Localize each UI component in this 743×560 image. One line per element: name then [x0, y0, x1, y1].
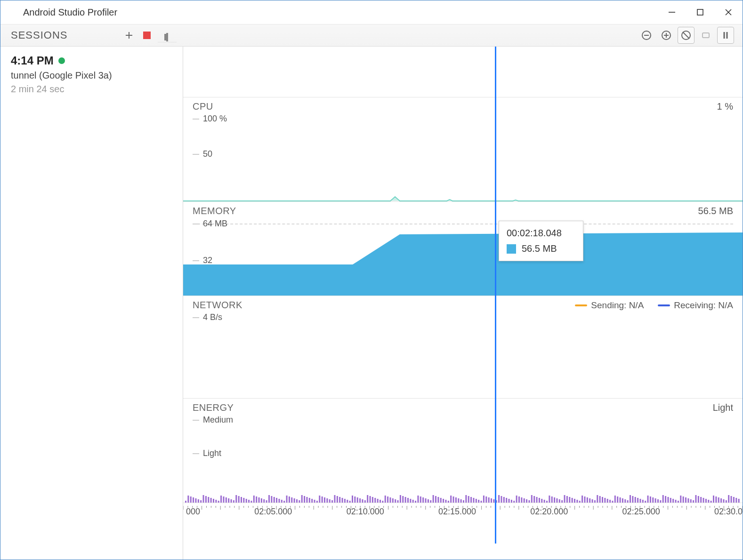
svg-rect-183	[607, 499, 608, 503]
receiving-value: N/A	[718, 300, 733, 310]
time-label: 02:20.000	[530, 507, 568, 517]
svg-rect-87	[364, 500, 366, 503]
svg-rect-155	[536, 497, 538, 503]
svg-rect-33	[228, 498, 229, 503]
svg-rect-233	[733, 497, 735, 503]
svg-rect-151	[526, 499, 527, 503]
receiving-swatch-icon	[658, 304, 670, 306]
svg-rect-106	[412, 500, 414, 503]
svg-rect-176	[589, 498, 590, 503]
svg-rect-159	[546, 501, 548, 503]
zoom-out-button[interactable]	[638, 27, 655, 44]
time-labels: 00002:05.00002:10.00002:15.00002:20.0000…	[183, 507, 743, 517]
svg-rect-154	[533, 496, 535, 503]
receiving-label: Receiving:	[674, 300, 716, 310]
stop-session-button[interactable]	[140, 28, 154, 42]
svg-rect-92	[377, 499, 379, 503]
svg-rect-37	[238, 496, 240, 503]
svg-rect-23	[203, 495, 204, 503]
cpu-value: 1 %	[717, 101, 733, 112]
svg-rect-215	[687, 498, 689, 503]
svg-rect-65	[309, 498, 310, 503]
cpu-scale-mid: 50	[203, 149, 212, 159]
memory-title: MEMORY	[193, 206, 698, 216]
svg-rect-167	[566, 496, 568, 503]
svg-rect-197	[642, 500, 644, 503]
svg-rect-189	[622, 498, 623, 503]
playhead[interactable]	[495, 47, 496, 544]
svg-rect-218	[695, 495, 696, 503]
session-item[interactable]: 4:14 PM tunnel (Google Pixel 3a) 2 min 2…	[11, 54, 172, 95]
svg-rect-207	[667, 497, 669, 503]
svg-rect-113	[430, 500, 431, 503]
svg-rect-127	[465, 495, 467, 503]
svg-rect-18	[190, 496, 192, 503]
svg-rect-19	[193, 497, 194, 503]
energy-title: ENERGY	[193, 402, 713, 413]
svg-rect-232	[731, 496, 732, 503]
session-duration: 2 min 24 sec	[11, 84, 172, 95]
svg-rect-77	[339, 497, 340, 503]
svg-rect-180	[599, 496, 601, 503]
sessions-header: SESSIONS	[0, 28, 183, 42]
svg-rect-86	[362, 499, 363, 503]
energy-trace	[183, 488, 743, 503]
svg-rect-220	[700, 497, 702, 503]
svg-rect-222	[705, 499, 707, 503]
zoom-reset-button[interactable]	[678, 27, 695, 44]
svg-rect-117	[440, 498, 442, 503]
svg-rect-145	[511, 500, 512, 503]
pause-button[interactable]	[717, 27, 734, 44]
svg-rect-63	[304, 496, 305, 503]
svg-rect-51	[274, 497, 275, 503]
svg-rect-31	[223, 496, 224, 503]
svg-rect-141	[501, 496, 502, 503]
minimize-button[interactable]	[658, 0, 686, 24]
close-button[interactable]	[714, 0, 743, 24]
svg-rect-69	[319, 496, 320, 503]
cpu-panel[interactable]: CPU 1 % 100 % 50	[183, 97, 743, 202]
add-session-button[interactable]	[122, 28, 136, 42]
svg-rect-64	[306, 497, 307, 503]
svg-rect-219	[698, 496, 699, 503]
svg-rect-181	[602, 497, 603, 503]
svg-rect-80	[347, 500, 348, 503]
svg-rect-235	[738, 499, 740, 503]
svg-rect-109	[420, 496, 421, 503]
attach-live-button[interactable]	[697, 27, 714, 44]
svg-rect-162	[554, 497, 555, 503]
svg-rect-230	[726, 500, 727, 503]
view-controls	[638, 27, 743, 44]
svg-rect-209	[672, 499, 674, 503]
svg-rect-49	[268, 495, 270, 503]
zoom-in-button[interactable]	[658, 27, 675, 44]
svg-rect-32	[226, 497, 227, 503]
svg-rect-120	[448, 501, 449, 503]
svg-rect-95	[385, 496, 386, 503]
network-panel[interactable]: NETWORK Sending: N/A Receiving: N/A 4 B/…	[183, 296, 743, 399]
energy-scale-top: Medium	[203, 415, 233, 425]
session-time: 4:14 PM	[11, 54, 54, 67]
svg-rect-52	[276, 498, 277, 503]
svg-rect-85	[359, 498, 361, 503]
svg-rect-133	[481, 501, 482, 503]
svg-rect-190	[624, 499, 626, 503]
memory-trace	[183, 225, 743, 296]
energy-panel[interactable]: ENERGY Light Medium Light	[183, 399, 743, 503]
svg-rect-75	[334, 495, 335, 503]
maximize-button[interactable]	[686, 0, 714, 24]
svg-rect-199	[647, 496, 649, 503]
events-lane[interactable]	[183, 47, 743, 97]
time-label: 02:25.000	[622, 507, 660, 517]
time-axis[interactable]: 00002:05.00002:10.00002:15.00002:20.0000…	[183, 503, 743, 519]
svg-rect-135	[485, 496, 487, 503]
svg-rect-115	[435, 496, 436, 503]
svg-rect-160	[549, 496, 550, 503]
tick-icon	[193, 453, 199, 454]
svg-rect-229	[723, 499, 724, 503]
svg-rect-170	[574, 499, 575, 503]
charts-area[interactable]: 00:02:18.048 56.5 MB CPU 1 % 100 % 50	[183, 47, 743, 560]
toggle-panel-button[interactable]	[158, 28, 177, 42]
memory-panel[interactable]: MEMORY 56.5 MB 64 MB 32	[183, 202, 743, 296]
svg-rect-194	[635, 497, 636, 503]
